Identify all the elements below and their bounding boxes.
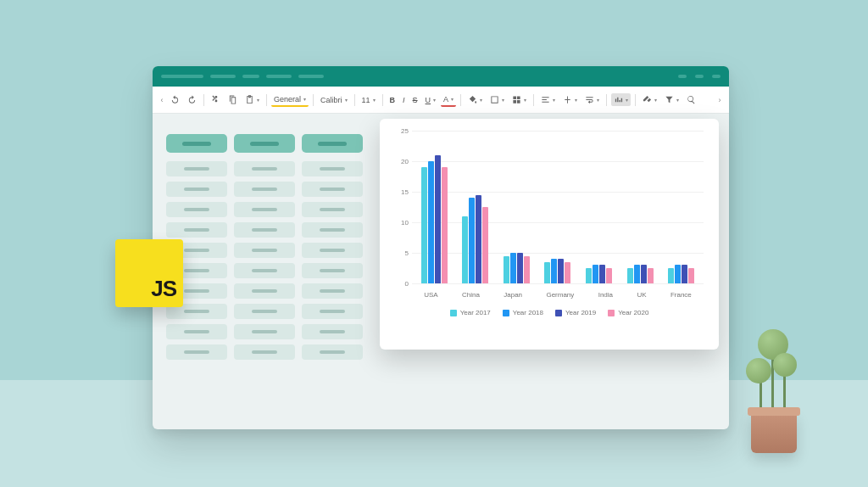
cell[interactable] <box>302 222 363 238</box>
chart-card[interactable]: 0510152025 USAChinaJapanGermanyIndiaUKFr… <box>380 119 719 350</box>
cell[interactable] <box>302 324 363 339</box>
cell[interactable] <box>302 283 363 299</box>
strikethrough-button[interactable]: S <box>410 94 420 106</box>
cell[interactable] <box>234 263 295 278</box>
bar <box>688 268 694 283</box>
merge-button[interactable]: ▾ <box>509 93 529 106</box>
cell[interactable] <box>302 304 363 319</box>
legend-item: Year 2018 <box>503 309 543 316</box>
bar <box>641 265 647 283</box>
cell[interactable] <box>302 202 363 217</box>
paste-button[interactable]: ▾ <box>242 93 262 106</box>
legend-swatch <box>450 310 457 316</box>
legend-swatch <box>555 310 562 316</box>
sheet-area: 0510152025 USAChinaJapanGermanyIndiaUKFr… <box>153 114 729 429</box>
minimize-icon[interactable] <box>678 75 687 78</box>
ribbon-toolbar: ‹ ▾ General▾ Calibri▾ 11▾ B I S U▾ A▾ ▾ … <box>153 87 729 114</box>
cell[interactable] <box>302 344 363 360</box>
legend-swatch <box>608 310 615 316</box>
js-badge-label: JS <box>151 276 176 302</box>
cell[interactable] <box>234 344 295 360</box>
cell[interactable] <box>166 344 227 360</box>
undo-button[interactable] <box>168 93 182 106</box>
v-align-button[interactable]: ▾ <box>560 93 580 106</box>
maximize-icon[interactable] <box>695 75 704 78</box>
bar <box>469 198 475 283</box>
number-format-select[interactable]: General▾ <box>271 93 309 107</box>
legend-item: Year 2017 <box>450 309 491 316</box>
cell[interactable] <box>166 324 227 339</box>
legend-swatch <box>503 310 509 316</box>
bar-group <box>586 265 612 283</box>
bar <box>634 265 640 283</box>
chart-button[interactable]: ▾ <box>611 93 631 106</box>
bar <box>668 268 674 283</box>
cell[interactable] <box>302 161 363 176</box>
bar <box>510 253 516 283</box>
bar <box>517 253 523 283</box>
cell[interactable] <box>302 243 363 258</box>
cell[interactable] <box>166 222 227 238</box>
bar-group <box>462 195 488 283</box>
x-tick-label: Japan <box>504 291 522 299</box>
h-align-button[interactable]: ▾ <box>538 93 558 106</box>
title-placeholder <box>210 75 236 78</box>
font-name-select[interactable]: Calibri▾ <box>318 94 350 106</box>
cell[interactable] <box>166 202 227 217</box>
scroll-left-icon[interactable]: ‹ <box>156 96 168 104</box>
bar-group <box>544 259 570 283</box>
x-tick-label: China <box>462 291 480 299</box>
bar-group <box>504 253 530 283</box>
cell[interactable] <box>234 243 295 258</box>
x-tick-label: France <box>670 291 692 299</box>
x-tick-label: USA <box>424 291 437 299</box>
x-tick-label: Germany <box>546 291 574 299</box>
cell[interactable] <box>234 161 295 176</box>
wrap-button[interactable]: ▾ <box>582 93 602 106</box>
column-header[interactable] <box>166 134 227 153</box>
filter-button[interactable]: ▾ <box>662 93 682 106</box>
legend-item: Year 2019 <box>555 309 596 316</box>
legend-label: Year 2017 <box>460 309 491 316</box>
cell[interactable] <box>302 182 363 197</box>
column-header[interactable] <box>302 134 363 153</box>
fill-color-button[interactable]: ▾ <box>465 93 485 106</box>
x-tick-label: India <box>598 291 613 299</box>
cell[interactable] <box>166 161 227 176</box>
bar <box>442 167 448 283</box>
cell[interactable] <box>234 324 295 339</box>
title-placeholder <box>161 75 203 78</box>
copy-button[interactable] <box>225 93 240 106</box>
cell[interactable] <box>302 263 363 278</box>
x-tick-label: UK <box>637 291 646 299</box>
font-color-button[interactable]: A▾ <box>441 93 456 107</box>
scroll-right-icon[interactable]: › <box>714 96 726 104</box>
column-header[interactable] <box>234 134 295 153</box>
bar <box>593 265 598 283</box>
bar <box>435 155 441 283</box>
bar <box>627 268 633 283</box>
cell[interactable] <box>166 182 227 197</box>
legend-label: Year 2020 <box>618 309 648 316</box>
find-button[interactable] <box>684 93 698 106</box>
cell[interactable] <box>234 304 295 319</box>
cut-button[interactable] <box>209 93 223 106</box>
underline-button[interactable]: U▾ <box>423 94 439 106</box>
titlebar <box>153 66 729 87</box>
legend-item: Year 2020 <box>608 309 648 316</box>
cell[interactable] <box>234 182 295 197</box>
redo-button[interactable] <box>185 93 199 106</box>
bar <box>551 259 557 283</box>
cell[interactable] <box>234 202 295 217</box>
font-size-select[interactable]: 11▾ <box>359 94 378 106</box>
italic-button[interactable]: I <box>400 94 408 106</box>
cell[interactable] <box>234 283 295 299</box>
bar <box>462 216 468 283</box>
js-badge-tile: JS <box>115 239 183 307</box>
bold-button[interactable]: B <box>387 94 398 106</box>
close-icon[interactable] <box>712 75 721 78</box>
cell[interactable] <box>234 222 295 238</box>
clear-button[interactable]: ▾ <box>640 93 659 106</box>
borders-button[interactable]: ▾ <box>487 93 507 106</box>
bars-area <box>412 131 704 283</box>
